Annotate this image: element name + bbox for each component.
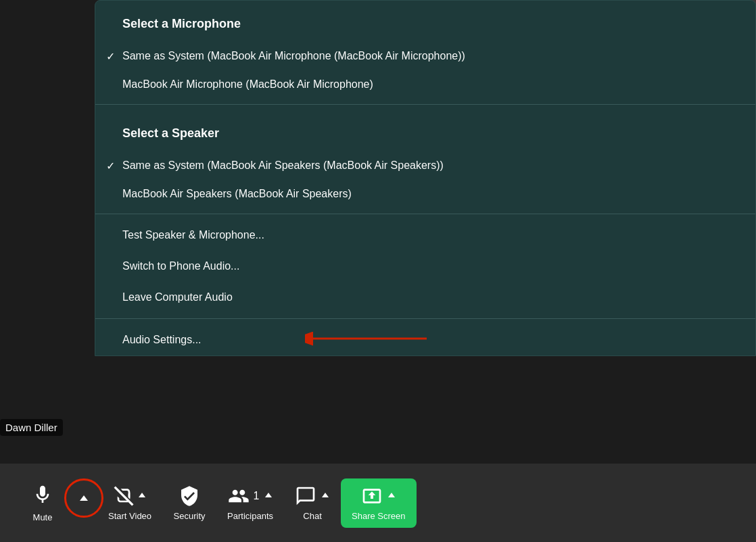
leave-computer-audio-item[interactable]: Leave Computer Audio — [95, 282, 755, 313]
microphone-item-macbook[interactable]: MacBook Air Microphone (MacBook Air Micr… — [95, 70, 755, 99]
audio-dropdown-menu: Select a Microphone ✓ Same as System (Ma… — [95, 0, 756, 356]
security-button[interactable]: Security — [162, 480, 216, 526]
participants-chevron-icon — [264, 491, 273, 500]
mute-button[interactable]: Mute — [14, 478, 68, 528]
participant-name-label: Dawn Diller — [0, 419, 63, 436]
divider-2 — [95, 214, 755, 214]
share-screen-icon — [361, 485, 383, 507]
chat-icon — [295, 485, 316, 507]
participants-button[interactable]: 1 Participants — [216, 480, 284, 526]
microphone-section: Select a Microphone ✓ Same as System (Ma… — [95, 1, 755, 99]
test-speaker-microphone-item[interactable]: Test Speaker & Microphone... — [95, 220, 755, 251]
switch-phone-audio-item[interactable]: Switch to Phone Audio... — [95, 251, 755, 282]
share-screen-button[interactable]: Share Screen — [341, 478, 417, 528]
microphone-icon — [32, 484, 53, 506]
video-off-icon — [113, 485, 135, 507]
checkmark-icon: ✓ — [106, 50, 115, 63]
speaker-section: Select a Speaker ✓ Same as System (MacBo… — [95, 110, 755, 208]
participants-count: 1 — [254, 490, 260, 502]
divider-3 — [95, 318, 755, 319]
checkmark-icon: ✓ — [106, 159, 115, 172]
chat-button[interactable]: Chat — [284, 480, 341, 526]
participants-icon — [228, 485, 250, 507]
speaker-item-system[interactable]: ✓ Same as System (MacBook Air Speakers (… — [95, 151, 755, 180]
share-screen-chevron-icon — [387, 491, 396, 500]
divider-1 — [95, 104, 755, 105]
mute-chevron-button[interactable]: ▲ — [68, 479, 100, 527]
chat-chevron-icon — [321, 491, 330, 500]
microphone-item-system[interactable]: ✓ Same as System (MacBook Air Microphone… — [95, 42, 755, 70]
speaker-section-header: Select a Speaker — [95, 110, 755, 151]
circle-highlight — [64, 478, 103, 518]
toolbar: Mute ▲ Start Video — [0, 464, 756, 542]
start-video-button[interactable]: Start Video — [100, 480, 162, 526]
security-shield-icon — [179, 485, 200, 507]
arrow-annotation — [305, 328, 427, 351]
microphone-section-header: Select a Microphone — [95, 1, 755, 42]
video-chevron-icon — [137, 491, 147, 500]
speaker-item-macbook[interactable]: MacBook Air Speakers (MacBook Air Speake… — [95, 180, 755, 208]
